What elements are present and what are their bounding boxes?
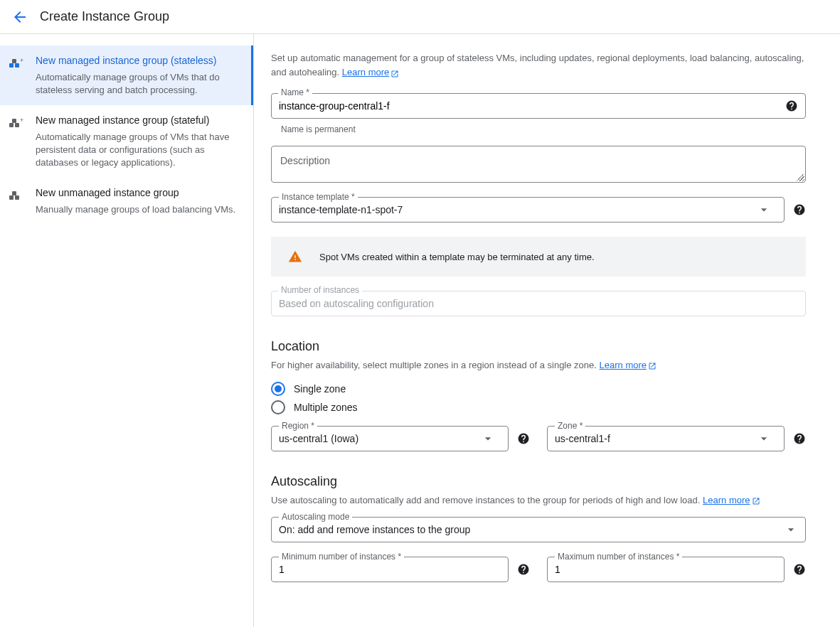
radio-multiple-zones[interactable]: Multiple zones [271, 400, 806, 414]
help-icon[interactable] [517, 432, 530, 445]
sidebar-item-title: New managed instance group (stateful) [36, 114, 242, 128]
max-instances-field: Maximum number of instances * [547, 557, 806, 582]
external-link-icon [390, 68, 399, 77]
autoscaling-mode-field: Autoscaling mode On: add and remove inst… [271, 517, 806, 542]
warning-banner: Spot VMs created within a template may b… [271, 237, 806, 277]
region-value: us-central1 (Iowa) [279, 433, 481, 444]
instance-group-icon: + [7, 115, 24, 132]
learn-more-link[interactable]: Learn more [703, 495, 760, 505]
help-icon[interactable] [517, 563, 530, 576]
svg-rect-5 [15, 123, 19, 127]
svg-rect-9 [15, 195, 19, 200]
chevron-down-icon [481, 432, 495, 446]
radio-icon [271, 382, 285, 396]
autoscaling-mode-select[interactable]: Autoscaling mode On: add and remove inst… [271, 517, 806, 542]
description-placeholder: Description [280, 155, 330, 166]
svg-rect-1 [15, 63, 19, 68]
help-icon[interactable] [793, 432, 806, 445]
chevron-down-icon [757, 203, 771, 217]
instance-template-label: Instance template * [279, 192, 358, 202]
zone-label: Zone * [555, 421, 585, 431]
name-input[interactable] [279, 94, 785, 118]
warning-text: Spot VMs created within a template may b… [319, 252, 595, 262]
sidebar-item-desc: Automatically manage groups of VMs that … [36, 71, 242, 97]
autoscaling-desc: Use autoscaling to automatically add and… [271, 495, 806, 505]
sidebar-item-stateless[interactable]: + New managed instance group (stateless)… [0, 45, 253, 105]
region-field: Region * us-central1 (Iowa) [271, 426, 530, 451]
external-link-icon [752, 497, 760, 505]
learn-more-link[interactable]: Learn more [342, 67, 399, 77]
help-icon[interactable] [793, 563, 806, 576]
instance-template-select[interactable]: Instance template * instance-template-n1… [271, 197, 785, 223]
name-field: Name * [271, 93, 806, 119]
name-label: Name * [278, 87, 312, 97]
sidebar: + New managed instance group (stateless)… [0, 34, 254, 627]
instance-template-field: Instance template * instance-template-n1… [271, 197, 806, 223]
warning-icon [288, 250, 302, 264]
region-select[interactable]: Region * us-central1 (Iowa) [271, 426, 509, 451]
zone-field: Zone * us-central1-f [547, 426, 806, 451]
help-icon[interactable] [785, 100, 798, 112]
num-instances-field: Number of instances Based on autoscaling… [271, 291, 806, 316]
instance-group-icon: + [7, 55, 24, 73]
main-content: Set up automatic management for a group … [254, 34, 823, 627]
num-instances-label: Number of instances [278, 285, 362, 295]
sidebar-item-title: New managed instance group (stateless) [36, 54, 242, 68]
radio-label: Multiple zones [294, 402, 358, 413]
svg-rect-6 [12, 119, 16, 123]
radio-label: Single zone [294, 383, 346, 395]
radio-icon [271, 400, 285, 414]
autoscaling-mode-value: On: add and remove instances to the grou… [279, 524, 784, 535]
name-hint: Name is permanent [271, 122, 806, 134]
min-instances-field: Minimum number of instances * [271, 557, 530, 582]
chevron-down-icon [757, 432, 771, 446]
autoscaling-title: Autoscaling [271, 474, 806, 489]
svg-text:+: + [20, 117, 23, 124]
sidebar-item-title: New unmanaged instance group [36, 186, 242, 200]
svg-rect-8 [9, 195, 14, 200]
help-icon[interactable] [793, 203, 806, 216]
svg-rect-2 [12, 59, 16, 63]
description-field[interactable]: Description [271, 146, 806, 183]
page-header: Create Instance Group [0, 0, 840, 34]
svg-rect-10 [12, 191, 16, 195]
location-desc: For higher availability, select multiple… [271, 360, 806, 370]
min-instances-label: Minimum number of instances * [279, 552, 404, 562]
autoscaling-mode-label: Autoscaling mode [279, 512, 352, 522]
zone-select[interactable]: Zone * us-central1-f [547, 426, 785, 451]
zone-value: us-central1-f [555, 433, 757, 444]
learn-more-link[interactable]: Learn more [600, 360, 656, 370]
radio-single-zone[interactable]: Single zone [271, 382, 806, 396]
external-link-icon [648, 362, 656, 370]
max-instances-label: Maximum number of instances * [555, 552, 682, 562]
intro-text: Set up automatic management for a group … [271, 51, 806, 79]
chevron-down-icon [784, 522, 798, 537]
instance-template-value: instance-template-n1-spot-7 [279, 204, 757, 215]
sidebar-item-stateful[interactable]: + New managed instance group (stateful) … [0, 105, 253, 178]
svg-rect-4 [9, 123, 14, 127]
svg-text:+: + [20, 57, 23, 64]
sidebar-item-desc: Automatically manage groups of VMs that … [36, 131, 242, 170]
instance-group-icon [7, 188, 24, 205]
svg-rect-0 [9, 63, 14, 68]
sidebar-item-unmanaged[interactable]: New unmanaged instance group Manually ma… [0, 178, 253, 225]
region-label: Region * [279, 421, 317, 431]
num-instances-value: Based on autoscaling configuration [279, 298, 798, 309]
back-button[interactable] [11, 9, 28, 26]
location-radio-group: Single zone Multiple zones [271, 382, 806, 414]
location-title: Location [271, 339, 806, 354]
page-title: Create Instance Group [40, 9, 169, 24]
sidebar-item-desc: Manually manage groups of load balancing… [36, 203, 242, 216]
